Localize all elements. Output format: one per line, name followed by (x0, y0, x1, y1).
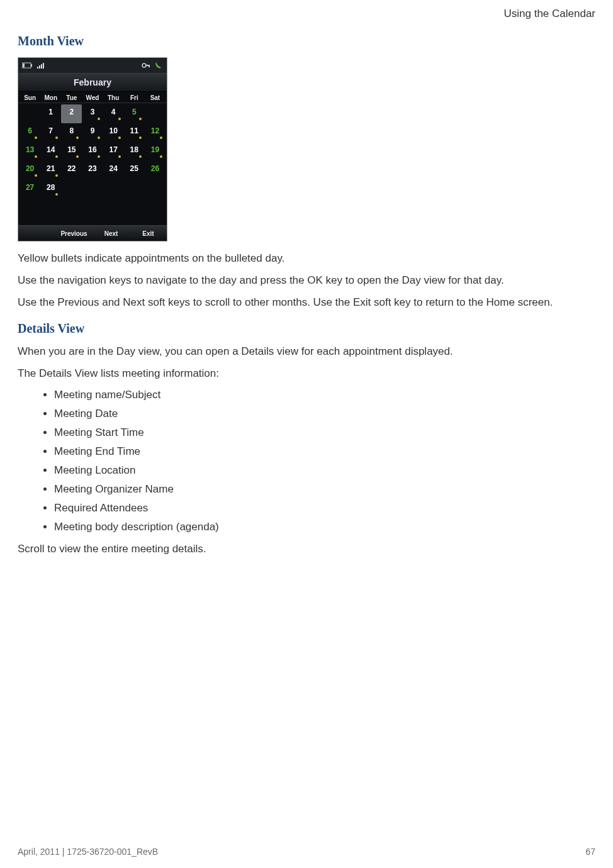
list-item: Required Attendees (54, 502, 595, 515)
calendar-day[interactable]: 24 (103, 161, 124, 180)
key-icon (142, 62, 150, 69)
calendar-day[interactable]: 27 (20, 180, 40, 199)
page-footer: April, 2011 | 1725-36720-001_RevB 67 (18, 847, 595, 857)
dow-thu: Thu (103, 94, 124, 101)
page-header-right: Using the Calendar (18, 8, 595, 20)
calendar-day[interactable]: 5 (124, 104, 145, 123)
month-view-screenshot: February Sun Mon Tue Wed Thu Fri Sat 123… (18, 57, 167, 242)
dow-wed: Wed (82, 94, 103, 101)
calendar-day[interactable]: 2 (61, 104, 82, 123)
phone-status-bar (18, 58, 167, 73)
list-item: Meeting Start Time (54, 426, 595, 439)
details-view-p2: The Details View lists meeting informati… (18, 367, 595, 381)
calendar-day[interactable]: 15 (61, 142, 82, 161)
day-of-week-row: Sun Mon Tue Wed Thu Fri Sat (18, 92, 167, 103)
list-item: Meeting name/Subject (54, 389, 595, 401)
appointment-dot-icon (118, 155, 121, 158)
calendar-day (145, 104, 166, 123)
appointment-dot-icon (118, 118, 121, 120)
appointment-dot-icon (76, 155, 79, 158)
dow-sat: Sat (145, 94, 166, 101)
list-item: Meeting body description (agenda) (54, 521, 595, 533)
softkey-bar: Previous Next Exit (18, 225, 167, 241)
appointment-dot-icon (118, 136, 121, 139)
calendar-day[interactable]: 25 (124, 161, 145, 180)
calendar-day[interactable]: 3 (82, 104, 103, 123)
calendar-day (103, 180, 124, 199)
signal-icon (37, 62, 46, 69)
calendar-day[interactable]: 21 (40, 161, 61, 180)
calendar-day[interactable]: 9 (82, 123, 103, 142)
month-view-p3: Use the Previous and Next soft keys to s… (18, 296, 595, 310)
calendar-day[interactable]: 6 (20, 123, 40, 142)
appointment-dot-icon (76, 136, 79, 139)
month-view-p1: Yellow bullets indicate appointments on … (18, 252, 595, 266)
calendar-day (82, 180, 103, 199)
softkey-previous[interactable]: Previous (55, 230, 93, 237)
softkey-exit[interactable]: Exit (130, 230, 167, 237)
svg-rect-6 (43, 63, 44, 69)
calendar-day[interactable]: 28 (40, 180, 61, 199)
appointment-dot-icon (55, 174, 58, 177)
svg-rect-2 (23, 64, 25, 67)
svg-rect-3 (37, 67, 38, 69)
appointment-dot-icon (98, 136, 100, 139)
list-item: Meeting Location (54, 464, 595, 477)
calendar-day[interactable]: 22 (61, 161, 82, 180)
details-view-list: Meeting name/SubjectMeeting DateMeeting … (18, 389, 595, 533)
calendar-day[interactable]: 10 (103, 123, 124, 142)
calendar-day[interactable]: 26 (145, 161, 166, 180)
calendar-day[interactable]: 7 (40, 123, 61, 142)
footer-left: April, 2011 | 1725-36720-001_RevB (18, 847, 158, 857)
calendar-day[interactable]: 14 (40, 142, 61, 161)
appointment-dot-icon (35, 136, 37, 139)
calendar-day (20, 104, 40, 123)
svg-rect-1 (31, 64, 32, 67)
svg-rect-5 (41, 64, 42, 69)
appointment-dot-icon (98, 155, 100, 158)
section-details-view-title: Details View (18, 321, 595, 336)
month-title-bar: February (18, 73, 167, 92)
battery-icon (22, 62, 33, 69)
calendar-day[interactable]: 16 (82, 142, 103, 161)
appointment-dot-icon (139, 155, 142, 158)
list-item: Meeting Date (54, 408, 595, 420)
appointment-dot-icon (55, 136, 58, 139)
appointment-dot-icon (139, 136, 142, 139)
calendar-day[interactable]: 8 (61, 123, 82, 142)
dow-mon: Mon (40, 94, 61, 101)
calendar-day (61, 180, 82, 199)
details-view-p3: Scroll to view the entire meeting detail… (18, 542, 595, 557)
calendar-day[interactable]: 23 (82, 161, 103, 180)
appointment-dot-icon (139, 118, 142, 120)
calendar-day[interactable]: 13 (20, 142, 40, 161)
calendar-day[interactable]: 17 (103, 142, 124, 161)
calendar-day (145, 180, 166, 199)
calendar-day[interactable]: 1 (40, 104, 61, 123)
appointment-dot-icon (160, 136, 162, 139)
svg-rect-9 (149, 65, 150, 67)
section-month-view-title: Month View (18, 34, 595, 48)
month-label: February (74, 77, 111, 87)
calendar-day[interactable]: 20 (20, 161, 40, 180)
calendar-grid: 1234567891011121314151617181920212223242… (18, 103, 167, 200)
calendar-day[interactable]: 11 (124, 123, 145, 142)
calendar-day[interactable]: 19 (145, 142, 166, 161)
calendar-day (124, 180, 145, 199)
details-view-p1: When you are in the Day view, you can op… (18, 345, 595, 359)
phone-presence-icon (154, 61, 163, 70)
softkey-next[interactable]: Next (93, 230, 130, 237)
svg-rect-4 (39, 65, 40, 69)
appointment-dot-icon (35, 174, 37, 177)
dow-tue: Tue (61, 94, 82, 101)
appointment-dot-icon (55, 193, 58, 196)
list-item: Meeting Organizer Name (54, 483, 595, 496)
footer-right: 67 (585, 847, 595, 857)
appointment-dot-icon (35, 155, 37, 158)
list-item: Meeting End Time (54, 445, 595, 458)
appointment-dot-icon (98, 118, 100, 120)
calendar-day[interactable]: 12 (145, 123, 166, 142)
calendar-day[interactable]: 18 (124, 142, 145, 161)
calendar-day[interactable]: 4 (103, 104, 124, 123)
appointment-dot-icon (55, 155, 58, 158)
